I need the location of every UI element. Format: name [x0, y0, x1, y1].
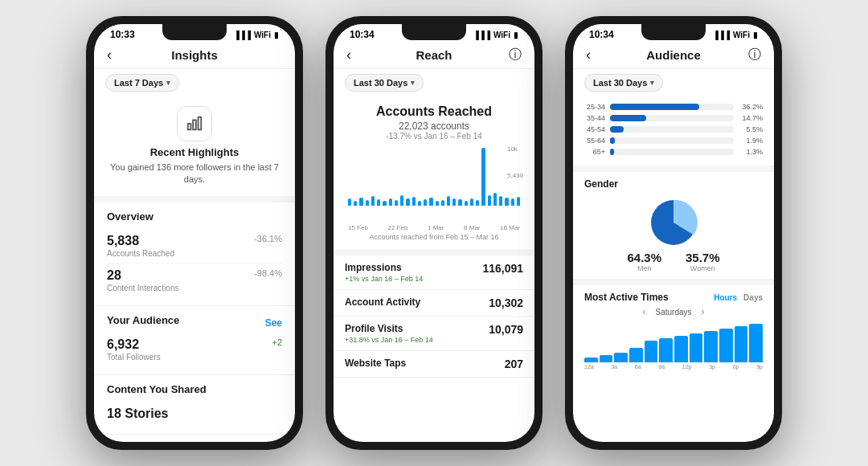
time-bar-item [584, 358, 598, 362]
metric-row: Impressions +1% vs Jan 16 – Feb 14 116,0… [334, 255, 534, 290]
back-button-2[interactable]: ‹ [346, 47, 351, 63]
y-label-bot: 0 [507, 198, 523, 206]
see-link[interactable]: See [265, 317, 282, 329]
status-time-2: 10:34 [350, 29, 375, 40]
active-times-title: Most Active Times [584, 292, 669, 303]
age-bar-wrap-0 [610, 104, 734, 110]
info-button-2[interactable]: ⓘ [509, 47, 522, 63]
reach-nav: ‹ Reach ⓘ [334, 42, 534, 69]
insights-content: ‹ Insights Last 7 Days ▾ Recent Hig [94, 42, 295, 442]
men-label: Men [627, 264, 661, 272]
age-row: 25-34 36.2% [584, 103, 763, 111]
svg-rect-2 [199, 117, 202, 130]
accounts-reached-change: -13.7% vs Jan 16 – Feb 14 [345, 132, 523, 141]
hours-tab[interactable]: Hours [714, 293, 737, 302]
info-button-3[interactable]: ⓘ [748, 47, 761, 63]
chart-bar-item [354, 201, 357, 206]
wifi-icon-3: WiFi [733, 31, 750, 39]
chart-bar-item [359, 198, 362, 206]
content-interactions-label: Content Interactions [107, 284, 179, 292]
chart-bar-item [452, 198, 456, 206]
time-label-item: 9a [658, 364, 665, 370]
accounts-reached-count: 22,023 accounts [345, 121, 523, 132]
chart-bar-item [429, 198, 432, 206]
chart-bar-item [400, 195, 403, 206]
days-tab[interactable]: Days [743, 293, 763, 302]
age-pct-0: 36.2% [739, 103, 763, 111]
x-label-1: 15 Feb [348, 224, 368, 231]
highlights-text: You gained 136 more followers in the las… [107, 161, 282, 186]
age-pct-3: 1.9% [739, 137, 763, 145]
chart-x-labels: 15 Feb 22 Feb 1 Mar 8 Mar 16 Mar [345, 223, 523, 231]
chart-bar-item [366, 200, 369, 206]
metric-row: Account Activity 10,302 [334, 290, 534, 317]
back-button-1[interactable]: ‹ [107, 47, 112, 63]
time-bar-item [719, 329, 733, 362]
status-icons-2: ▐▐▐ WiFi ▮ [473, 31, 518, 39]
date-filter-label-3: Last 30 Days [593, 78, 647, 88]
phones-container: 10:33 ▐▐▐ WiFi ▮ ‹ Insights Last 7 Days … [70, 0, 798, 466]
metric-label-3: Website Taps [345, 358, 406, 369]
next-day-button[interactable]: › [702, 306, 705, 317]
battery-icon-2: ▮ [514, 31, 518, 39]
date-pill-2[interactable]: Last 30 Days ▾ [345, 74, 424, 92]
reach-chart: 10k 5,430 0 [345, 145, 523, 218]
chart-bar-item [493, 193, 497, 206]
screen-insights: 10:33 ▐▐▐ WiFi ▮ ‹ Insights Last 7 Days … [94, 24, 295, 442]
gender-pie-chart [645, 194, 702, 251]
date-pill-3[interactable]: Last 30 Days ▾ [584, 74, 663, 92]
chart-bar-item [389, 198, 392, 206]
men-stat: 64.3% Men [627, 251, 661, 272]
insights-title: Insights [171, 48, 218, 62]
time-bar-item [629, 348, 643, 362]
metric-sub-2: +31.8% vs Jan 16 – Feb 14 [345, 336, 433, 344]
audience-content: ‹ Audience ⓘ Last 30 Days ▾ 25-34 36.2% … [573, 42, 774, 442]
chart-subtitle: Accounts reached from Feb 15 – Mar 16 [345, 233, 523, 241]
time-bar-item [659, 338, 673, 362]
stat-accounts-reached: 5,838 Accounts Reached -36.1% [107, 229, 282, 264]
chart-bar-item [476, 200, 479, 206]
chart-bar-item [371, 196, 375, 206]
signal-icon-3: ▐▐▐ [713, 31, 730, 39]
time-bar-item [600, 355, 613, 362]
prev-day-button[interactable]: ‹ [642, 306, 645, 317]
x-label-3: 1 Mar [428, 224, 444, 231]
status-icons-3: ▐▐▐ WiFi ▮ [713, 31, 758, 39]
chart-bar-item [412, 197, 416, 206]
accounts-reached-change: -36.1% [254, 234, 282, 243]
total-followers-label: Total Followers [107, 353, 161, 362]
metric-value-2: 10,079 [489, 323, 523, 336]
back-button-3[interactable]: ‹ [586, 47, 591, 63]
chart-bar-item [377, 199, 380, 206]
active-times-tabs: Hours Days [714, 293, 763, 302]
notch-2 [402, 24, 466, 40]
active-times-header: Most Active Times Hours Days [584, 292, 763, 303]
highlight-icon [177, 106, 212, 141]
age-label-2: 45-54 [584, 125, 605, 133]
time-bar-item [690, 333, 703, 362]
age-pct-1: 14.7% [739, 114, 763, 122]
date-filter-label-1: Last 7 Days [114, 78, 163, 88]
date-filter-3[interactable]: Last 30 Days ▾ [573, 69, 774, 96]
chart-bar-item [447, 196, 450, 206]
total-followers-change: +2 [272, 337, 282, 347]
chart-bar-item [465, 201, 468, 206]
women-stat: 35.7% Women [686, 251, 720, 272]
audience-header: Your Audience See [107, 314, 282, 333]
reach-title: Reach [416, 48, 452, 62]
age-row: 65+ 1.3% [584, 148, 763, 156]
metric-row: Profile Visits +31.8% vs Jan 16 – Feb 14… [334, 317, 534, 351]
wifi-icon-2: WiFi [493, 31, 510, 39]
gender-title: Gender [584, 178, 763, 190]
status-time-3: 10:34 [589, 29, 614, 40]
age-bar-1 [610, 115, 646, 121]
x-label-4: 8 Mar [464, 224, 480, 231]
age-row: 35-44 14.7% [584, 114, 763, 122]
date-pill-1[interactable]: Last 7 Days ▾ [105, 74, 179, 92]
insights-nav: ‹ Insights [94, 42, 295, 69]
wifi-icon: WiFi [254, 31, 271, 39]
audience-page-title: Audience [646, 48, 701, 62]
time-label-item: 12a [584, 364, 594, 370]
date-filter-2[interactable]: Last 30 Days ▾ [334, 69, 534, 96]
date-filter-1[interactable]: Last 7 Days ▾ [94, 69, 295, 96]
